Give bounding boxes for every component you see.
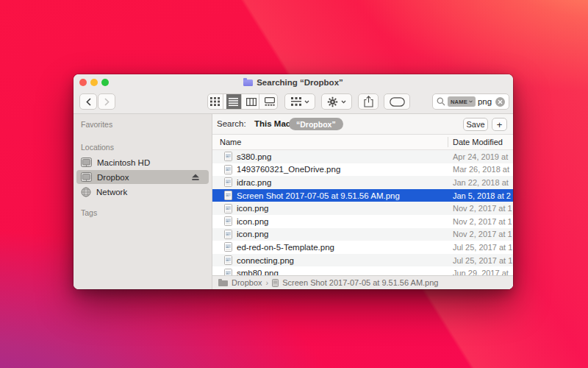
back-button[interactable] xyxy=(79,93,97,110)
sidebar-item-label: Network xyxy=(96,188,127,197)
drive-icon xyxy=(81,158,92,167)
globe-icon xyxy=(81,187,91,197)
file-icon xyxy=(224,152,232,161)
forward-chevron-icon xyxy=(104,98,110,106)
sidebar-section-tags: Tags xyxy=(81,208,212,217)
path-bar: Dropbox › Screen Shot 2017-07-05 at 9.51… xyxy=(212,275,513,289)
file-date: Nov 2, 2017 at 1 xyxy=(453,204,512,213)
window-chrome: Searching “Dropbox” xyxy=(74,74,513,114)
file-row[interactable]: 1493760321_OneDrive.pngMar 26, 2018 at xyxy=(212,163,513,177)
file-date: Jun 29, 2017 at xyxy=(453,269,509,275)
action-button[interactable] xyxy=(321,93,352,110)
file-name: s380.png xyxy=(237,152,271,161)
zoom-button[interactable] xyxy=(101,79,109,86)
file-date: Apr 24, 2019 at xyxy=(453,152,508,161)
file-row[interactable]: idrac.pngJan 22, 2018 at xyxy=(212,176,513,189)
file-name: connecting.png xyxy=(237,256,294,265)
search-field[interactable]: NAME png xyxy=(432,93,509,110)
column-view-button[interactable] xyxy=(245,94,260,109)
save-button[interactable]: Save xyxy=(463,118,488,131)
file-row[interactable]: s380.pngApr 24, 2019 at xyxy=(212,150,513,163)
column-header-date-modified[interactable]: Date Modified xyxy=(453,138,503,146)
folder-icon xyxy=(218,280,228,286)
file-icon xyxy=(224,269,232,275)
gallery-view-button[interactable] xyxy=(262,94,277,109)
file-list: s380.pngApr 24, 2019 at1493760321_OneDri… xyxy=(212,150,513,275)
file-date: Nov 2, 2017 at 1 xyxy=(453,230,512,238)
file-name: ed-red-on-5-Template.png xyxy=(237,243,334,252)
path-item-folder[interactable]: Dropbox xyxy=(232,278,262,287)
search-token[interactable]: NAME xyxy=(448,96,476,107)
file-row[interactable]: smb80.pngJun 29, 2017 at xyxy=(212,266,513,275)
file-date: Jan 5, 2018 at 2 xyxy=(453,191,511,200)
path-item-file[interactable]: Screen Shot 2017-07-05 at 9.51.56 AM.png xyxy=(282,278,438,287)
file-icon xyxy=(224,165,232,174)
drive-icon xyxy=(81,172,92,182)
file-name: icon.png xyxy=(237,204,268,213)
file-date: Jul 25, 2017 at 1 xyxy=(453,256,512,265)
file-date: Mar 26, 2018 at xyxy=(453,165,509,174)
finder-window: Searching “Dropbox” xyxy=(74,74,513,289)
file-row[interactable]: icon.pngNov 2, 2017 at 1 xyxy=(212,228,513,241)
search-input-value[interactable]: png xyxy=(478,97,492,106)
group-button[interactable] xyxy=(284,93,315,110)
list-view-icon xyxy=(229,98,238,106)
sidebar-item-label: Dropbox xyxy=(97,173,129,182)
eject-icon[interactable] xyxy=(191,174,200,181)
sidebar-item-dropbox[interactable]: Dropbox xyxy=(76,170,209,184)
search-token-label: NAME xyxy=(451,99,467,105)
clear-icon[interactable] xyxy=(495,97,505,107)
column-header-name[interactable]: Name xyxy=(220,138,241,146)
column-divider[interactable] xyxy=(448,137,448,147)
file-icon xyxy=(224,191,232,200)
chevron-right-icon: › xyxy=(266,278,269,287)
file-row[interactable]: Screen Shot 2017-07-05 at 9.51.56 AM.png… xyxy=(212,189,513,202)
file-row[interactable]: icon.pngNov 2, 2017 at 1 xyxy=(212,215,513,228)
icon-view-icon xyxy=(210,97,220,106)
file-name: 1493760321_OneDrive.png xyxy=(237,165,340,174)
share-button[interactable] xyxy=(358,93,379,110)
file-name: idrac.png xyxy=(237,178,271,187)
file-icon xyxy=(224,230,232,239)
sidebar-item-label: Macintosh HD xyxy=(97,158,150,167)
search-label: Search: xyxy=(217,119,246,128)
sidebar-locations-list: Macintosh HDDropboxNetwork xyxy=(74,155,212,199)
file-icon xyxy=(224,177,232,187)
file-row[interactable]: connecting.pngJul 25, 2017 at 1 xyxy=(212,254,513,267)
tag-icon xyxy=(390,97,405,107)
view-mode-segmented-control xyxy=(207,93,278,110)
add-criteria-button[interactable]: + xyxy=(492,118,507,131)
search-scope-bar: Search: This Mac “Dropbox” Save + xyxy=(212,114,513,135)
tags-button[interactable] xyxy=(384,93,410,110)
chevron-down-icon xyxy=(341,100,346,104)
gear-icon xyxy=(327,96,338,107)
file-date: Jul 25, 2017 at 1 xyxy=(453,243,512,252)
chevron-down-icon xyxy=(304,100,309,104)
sidebar-section-favorites: Favorites xyxy=(81,120,212,129)
file-icon xyxy=(224,204,232,213)
file-name: icon.png xyxy=(237,217,268,226)
forward-button[interactable] xyxy=(98,93,115,110)
file-icon xyxy=(272,279,279,287)
file-name: Screen Shot 2017-07-05 at 9.51.56 AM.png xyxy=(237,191,400,200)
file-icon xyxy=(224,242,232,252)
gallery-view-icon xyxy=(265,97,275,106)
scope-this-mac[interactable]: This Mac xyxy=(254,119,290,128)
file-date: Nov 2, 2017 at 1 xyxy=(453,217,512,226)
column-header: Name Date Modified xyxy=(212,135,513,150)
icon-view-button[interactable] xyxy=(208,94,223,109)
title-bar[interactable]: Searching “Dropbox” xyxy=(74,74,513,90)
close-button[interactable] xyxy=(79,79,87,86)
file-icon xyxy=(224,216,232,226)
share-icon xyxy=(364,96,373,107)
file-row[interactable]: icon.pngNov 2, 2017 at 1 xyxy=(212,202,513,215)
sidebar-item-network[interactable]: Network xyxy=(76,185,209,199)
list-view-button[interactable] xyxy=(226,94,242,109)
back-chevron-icon xyxy=(86,98,91,106)
file-row[interactable]: ed-red-on-5-Template.pngJul 25, 2017 at … xyxy=(212,241,513,254)
traffic-lights xyxy=(79,79,109,86)
sidebar-item-macintosh-hd[interactable]: Macintosh HD xyxy=(76,155,209,169)
window-title: Searching “Dropbox” xyxy=(257,78,343,87)
minimize-button[interactable] xyxy=(90,79,98,86)
scope-token-dropbox[interactable]: “Dropbox” xyxy=(289,118,343,130)
